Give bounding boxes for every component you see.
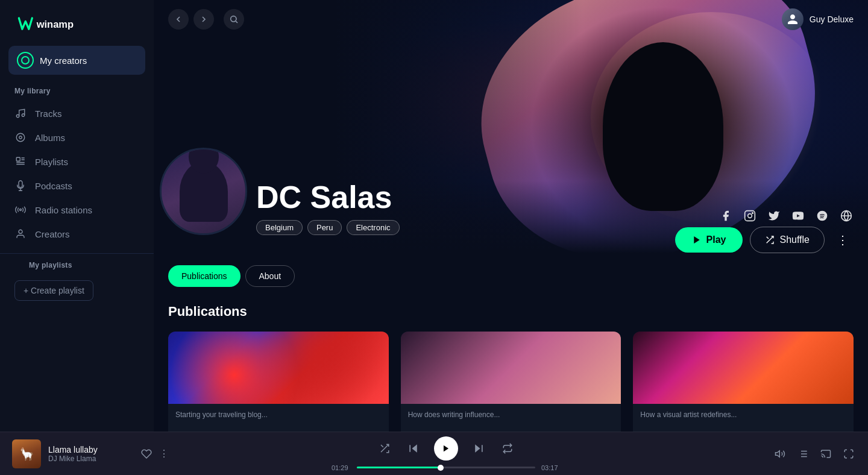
- svg-marker-25: [776, 450, 780, 457]
- youtube-icon[interactable]: [791, 209, 805, 223]
- pub-card-image-1: [168, 332, 389, 404]
- list-item[interactable]: How does writing influence...: [401, 332, 621, 440]
- svg-point-8: [231, 16, 236, 22]
- player-controls: [376, 436, 516, 461]
- pub-card-image-3: [633, 332, 854, 404]
- spotify-icon[interactable]: [815, 209, 829, 223]
- repeat-button[interactable]: [499, 440, 516, 457]
- svg-point-4: [19, 136, 22, 139]
- artist-tag-2[interactable]: Electronic: [347, 220, 399, 235]
- playlists-icon: [14, 156, 27, 168]
- svg-marker-23: [475, 444, 480, 452]
- svg-point-11: [752, 213, 753, 214]
- my-creators-nav[interactable]: My creators: [8, 46, 145, 75]
- player-center: 01:29 03:17: [169, 436, 723, 471]
- volume-button[interactable]: [773, 447, 787, 461]
- track-text: Llama lullaby DJ Mike Llama: [48, 445, 134, 463]
- tabs: Publications About: [154, 253, 868, 287]
- svg-point-1: [16, 115, 19, 118]
- svg-text:winamp: winamp: [36, 19, 74, 30]
- artist-tags: Belgium Peru Electronic: [256, 220, 400, 235]
- play-button[interactable]: Play: [675, 227, 743, 253]
- artist-tag-1[interactable]: Peru: [307, 220, 342, 235]
- avatar: [782, 8, 804, 30]
- pub-card-text-1: Starting your traveling blog...: [168, 404, 389, 426]
- create-playlist-button[interactable]: + Create playlist: [14, 280, 93, 301]
- svg-rect-9: [745, 211, 755, 221]
- action-buttons: Play Shuffle ⋮: [675, 227, 854, 253]
- svg-marker-22: [444, 445, 448, 451]
- shuffle-button[interactable]: Shuffle: [750, 227, 825, 253]
- like-button[interactable]: [141, 448, 152, 459]
- radio-icon: [14, 204, 27, 216]
- albums-label: Albums: [35, 133, 65, 143]
- svg-rect-5: [16, 157, 20, 161]
- pub-card-text-3: How a visual artist redefines...: [633, 404, 854, 426]
- svg-point-7: [19, 230, 22, 233]
- artist-avatar: [160, 148, 247, 235]
- next-button[interactable]: [470, 440, 487, 457]
- cast-button[interactable]: [819, 447, 833, 461]
- svg-line-17: [767, 237, 769, 239]
- svg-point-3: [16, 133, 25, 142]
- tab-publications[interactable]: Publications: [168, 265, 241, 287]
- svg-line-19: [381, 445, 383, 447]
- svg-point-6: [20, 209, 22, 211]
- current-time: 01:29: [332, 464, 351, 471]
- sidebar-divider: [0, 253, 154, 254]
- list-item[interactable]: How a visual artist redefines...: [633, 332, 854, 440]
- previous-button[interactable]: [405, 440, 422, 457]
- sidebar-item-tracks[interactable]: Tracks: [0, 101, 154, 125]
- progress-bar[interactable]: [357, 467, 535, 468]
- globe-icon[interactable]: [839, 209, 854, 223]
- artist-tag-0[interactable]: Belgium: [256, 220, 303, 235]
- twitter-icon[interactable]: [767, 209, 781, 223]
- user-profile[interactable]: Guy Deluxe: [782, 8, 854, 30]
- playlists-label: Playlists: [35, 157, 68, 167]
- sidebar-item-albums[interactable]: Albums: [0, 125, 154, 149]
- progress-thumb: [438, 465, 444, 471]
- facebook-icon[interactable]: [719, 209, 733, 223]
- shuffle-control[interactable]: [376, 440, 393, 457]
- progress-fill: [357, 467, 441, 468]
- search-button[interactable]: [224, 9, 244, 30]
- pub-card-image-2: [401, 332, 621, 404]
- sidebar-item-creators[interactable]: Creators: [0, 222, 154, 246]
- more-options-button[interactable]: ⋮: [832, 229, 854, 251]
- publications-section: Publications Starting your traveling blo…: [154, 287, 868, 452]
- list-item[interactable]: Starting your traveling blog...: [168, 332, 389, 440]
- artist-name: DC Salas: [256, 181, 400, 213]
- player-bar: 🦙 Llama lullaby DJ Mike Llama ⋮: [0, 432, 868, 475]
- person-silhouette: [180, 162, 228, 222]
- logo[interactable]: winamp: [0, 0, 154, 46]
- back-button[interactable]: [168, 9, 189, 30]
- player-more-button[interactable]: ⋮: [159, 448, 169, 459]
- creators-icon: [14, 228, 27, 240]
- artist-avatar-inner: [162, 149, 245, 233]
- forward-button[interactable]: [193, 9, 214, 30]
- radio-label: Radio stations: [35, 205, 92, 215]
- svg-marker-20: [412, 444, 417, 452]
- navigation-controls: [168, 9, 244, 30]
- tab-about[interactable]: About: [245, 265, 295, 287]
- sidebar-item-playlists[interactable]: Playlists: [0, 149, 154, 174]
- sidebar-item-radio[interactable]: Radio stations: [0, 198, 154, 222]
- my-creators-icon: [17, 52, 34, 69]
- publications-title: Publications: [168, 304, 854, 319]
- sidebar-item-podcasts[interactable]: Podcasts: [0, 174, 154, 198]
- track-thumbnail: 🦙: [12, 439, 41, 468]
- header: Guy Deluxe: [154, 0, 868, 39]
- social-icons: [719, 209, 854, 223]
- track-artist: DJ Mike Llama: [48, 455, 134, 463]
- fullscreen-button[interactable]: [841, 447, 856, 461]
- podcasts-icon: [14, 180, 27, 192]
- play-pause-button[interactable]: [434, 436, 458, 461]
- queue-button[interactable]: [796, 447, 810, 461]
- avatar-image: [782, 8, 804, 30]
- creators-label: Creators: [35, 229, 70, 239]
- instagram-icon[interactable]: [743, 209, 757, 223]
- player-track-actions: ⋮: [141, 448, 169, 459]
- main-content: DC Salas Belgium Peru Electronic: [154, 0, 868, 475]
- player-track-info: 🦙 Llama lullaby DJ Mike Llama ⋮: [12, 439, 169, 468]
- albums-icon: [14, 131, 27, 143]
